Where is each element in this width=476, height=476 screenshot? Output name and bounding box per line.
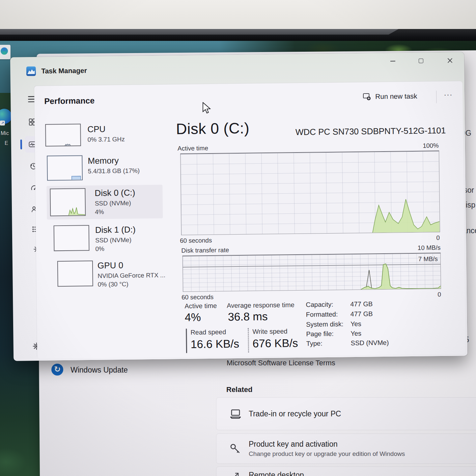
related-heading: Related <box>226 385 252 394</box>
run-new-task-icon <box>362 92 371 101</box>
trade-in-card[interactable]: Trade-in or recycle your PC <box>216 397 476 430</box>
gpu-item-name: NVIDIA GeForce RTX ... <box>98 272 165 280</box>
license-terms-link[interactable]: Microsoft Software License Terms <box>227 359 335 367</box>
task-manager-window: Task Manager <box>10 52 467 361</box>
prop-page-file-label: Page file: <box>306 330 334 338</box>
minimize-button[interactable] <box>385 55 400 67</box>
minimize-icon <box>390 61 395 62</box>
memory-item-stats: 5.4/31.8 GB (17%) <box>88 167 140 175</box>
close-icon <box>447 58 453 63</box>
shortcut-arrow-icon: ↗ <box>0 121 5 126</box>
wall-background <box>0 0 476 29</box>
remote-desktop-icon <box>230 471 241 476</box>
chart2-x-left: 60 seconds <box>182 294 213 301</box>
chart1-x-left: 60 seconds <box>180 237 212 244</box>
maximize-button[interactable] <box>413 55 429 67</box>
disk0-thumbnail <box>50 188 86 216</box>
stat-active-time-label: Active time <box>184 302 217 310</box>
read-speed-value: 16.6 KB/s <box>191 337 239 351</box>
window-title: Task Manager <box>41 67 87 75</box>
read-speed-label: Read speed <box>190 328 226 336</box>
product-key-title: Product key and activation <box>249 440 338 449</box>
chart2-x-right: 0 <box>425 291 441 298</box>
product-key-card[interactable]: Product key and activation Change produc… <box>216 434 476 464</box>
transfer-rate-max: 10 MB/s <box>404 244 440 252</box>
active-time-max: 100% <box>406 142 439 150</box>
disk1-item-title[interactable]: Disk 1 (D:) <box>95 225 136 235</box>
prop-capacity-value: 477 GB <box>350 300 373 308</box>
prop-formatted-label: Formatted: <box>306 311 338 319</box>
more-options-button[interactable]: ... <box>444 89 453 97</box>
transfer-rate-chart: 7 MB/s <box>182 253 441 292</box>
active-time-label: Active time <box>178 145 208 152</box>
cpu-item-title[interactable]: CPU <box>87 124 105 135</box>
laptop-bezel <box>0 29 476 41</box>
chart1-x-right: 0 <box>424 234 440 242</box>
disk0-item-title[interactable]: Disk 0 (C:) <box>95 188 135 198</box>
prop-page-file-value: Yes <box>350 330 361 337</box>
gpu-thumbnail <box>57 261 93 287</box>
windows-update-icon: ↻ <box>51 364 63 376</box>
prop-system-disk-label: System disk: <box>306 320 344 328</box>
task-manager-app-icon <box>26 66 36 76</box>
active-time-chart <box>180 151 440 235</box>
laptop-screen-photo: ↗ Mic E .30G 'D essor s disp dvance 6100… <box>0 0 476 476</box>
prop-capacity-label: Capacity: <box>306 301 333 309</box>
cpu-item-stats: 0% 3.71 GHz <box>88 136 125 143</box>
stat-avg-response-value: 36.8 ms <box>228 310 268 323</box>
windows-update-label[interactable]: Windows Update <box>70 366 128 375</box>
run-new-task-button[interactable]: Run new task <box>362 92 417 101</box>
disk-detail-title: Disk 0 (C:) <box>176 119 249 138</box>
laptop-lid-edge <box>0 29 399 35</box>
memory-item-title[interactable]: Memory <box>88 155 119 166</box>
page-title: Performance <box>44 96 95 106</box>
disk1-item-type: SSD (NVMe) <box>95 237 131 244</box>
prop-type-label: Type: <box>306 340 322 348</box>
prop-type-value: SSD (NVMe) <box>351 339 389 347</box>
memory-thumbnail <box>47 155 83 181</box>
trade-in-label: Trade-in or recycle your PC <box>249 409 341 418</box>
disk0-item-type: SSD (NVMe) <box>95 200 131 207</box>
write-speed-value: 676 KB/s <box>253 337 298 350</box>
product-key-subtitle: Change product key or upgrade your editi… <box>249 450 405 458</box>
prop-formatted-value: 477 GB <box>350 310 373 318</box>
selected-indicator <box>20 139 22 149</box>
desktop-icon[interactable] <box>0 45 11 59</box>
close-button[interactable] <box>442 55 458 66</box>
desktop-icon-label: Mic <box>1 130 9 136</box>
prop-system-disk-value: Yes <box>350 320 361 328</box>
stat-avg-response-label: Average response time <box>227 301 294 309</box>
remote-desktop-title: Remote desktop <box>249 471 304 476</box>
gpu-item-title[interactable]: GPU 0 <box>98 260 123 271</box>
app-glyph-icon <box>1 47 8 55</box>
disk1-item-usage: 0% <box>95 245 104 253</box>
transfer-rate-label: Disk transfer rate <box>181 246 229 254</box>
key-icon <box>229 442 241 455</box>
disk1-thumbnail <box>54 225 90 251</box>
run-new-task-label: Run new task <box>375 92 417 100</box>
gpu-item-usage: 0% (30 °C) <box>98 281 128 288</box>
mouse-cursor <box>202 102 211 114</box>
laptop-icon <box>230 408 241 420</box>
cpu-thumbnail <box>45 124 81 146</box>
maximize-icon <box>419 59 423 63</box>
write-speed-label: Write speed <box>252 327 288 335</box>
disk0-item-usage: 4% <box>95 209 104 216</box>
remote-desktop-card[interactable]: Remote desktop <box>216 466 476 476</box>
stat-active-time-value: 4% <box>185 311 201 324</box>
desktop-icon-label: E <box>5 140 8 146</box>
